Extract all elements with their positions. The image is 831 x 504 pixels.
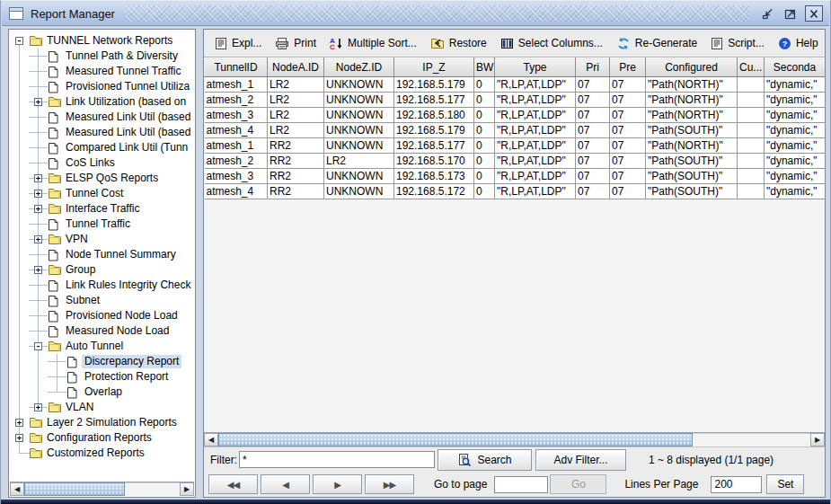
table-cell[interactable]: "Path(NORTH)" bbox=[646, 138, 738, 154]
table-cell[interactable]: LR2 bbox=[324, 154, 394, 169]
table-cell[interactable]: "R,LP,AT,LDP" bbox=[495, 123, 576, 138]
table-cell[interactable]: 192.168.5.177 bbox=[394, 93, 474, 108]
table-cell[interactable]: 0 bbox=[474, 123, 495, 138]
export-button[interactable]: Expl... bbox=[211, 34, 265, 53]
tree-item-interface-traffic[interactable]: +Interface Traffic bbox=[10, 201, 194, 217]
table-cell[interactable]: atmesh_4 bbox=[205, 123, 268, 138]
table-cell[interactable]: 07 bbox=[576, 184, 610, 199]
table-cell[interactable]: "dynamic," bbox=[765, 138, 826, 154]
table-cell[interactable]: "dynamic," bbox=[765, 184, 826, 199]
tree-item-vlan[interactable]: +VLAN bbox=[10, 400, 194, 415]
table-row[interactable]: atmesh_1LR2UNKNOWN192.168.5.1790"R,LP,AT… bbox=[205, 77, 826, 93]
table-cell[interactable]: 07 bbox=[576, 93, 610, 108]
adv-filter-button[interactable]: Adv Filter... bbox=[535, 449, 626, 471]
scroll-right-icon[interactable]: ▶ bbox=[180, 482, 194, 496]
tree-horizontal-scrollbar[interactable]: ◀ ▶ bbox=[10, 482, 194, 496]
table-cell[interactable] bbox=[738, 154, 765, 169]
column-header-nodez-id[interactable]: NodeZ.ID bbox=[324, 58, 394, 77]
column-header-type[interactable]: Type bbox=[495, 58, 576, 77]
table-cell[interactable]: 0 bbox=[474, 184, 495, 199]
expand-icon[interactable]: + bbox=[34, 205, 42, 213]
table-cell[interactable]: LR2 bbox=[268, 93, 324, 108]
expand-icon[interactable]: + bbox=[34, 235, 42, 243]
script-button[interactable]: Script... bbox=[707, 34, 768, 53]
table-cell[interactable]: 192.168.5.179 bbox=[394, 123, 474, 138]
table-cell[interactable]: 192.168.5.179 bbox=[394, 77, 474, 93]
table-cell[interactable]: "R,LP,AT,LDP" bbox=[495, 169, 576, 184]
table-row[interactable]: atmesh_4RR2UNKNOWN192.168.5.1720"R,LP,AT… bbox=[205, 184, 826, 199]
go-button[interactable]: Go bbox=[550, 474, 606, 494]
table-cell[interactable] bbox=[738, 138, 765, 154]
column-header-pri[interactable]: Pri bbox=[576, 58, 610, 77]
next-page-button[interactable]: ▶ bbox=[313, 474, 362, 494]
tree-item-tunnel-traffic[interactable]: Tunnel Traffic bbox=[10, 217, 194, 232]
tree-item-subnet[interactable]: Subnet bbox=[10, 293, 194, 308]
tree-item-measured-link-util-based[interactable]: Measured Link Util (based bbox=[10, 125, 194, 140]
column-header-nodea-id[interactable]: NodeA.ID bbox=[268, 58, 324, 77]
tree-item-node-tunnel-summary[interactable]: Node Tunnel Summary bbox=[10, 247, 194, 262]
iconify-button[interactable] bbox=[760, 6, 776, 21]
table-cell[interactable]: 07 bbox=[576, 154, 610, 169]
collapse-icon[interactable]: - bbox=[15, 37, 23, 45]
table-cell[interactable]: UNKNOWN bbox=[324, 108, 394, 123]
expand-icon[interactable]: + bbox=[34, 403, 42, 411]
table-cell[interactable]: "Path(SOUTH)" bbox=[646, 154, 738, 169]
table-cell[interactable]: 07 bbox=[610, 184, 646, 199]
table-cell[interactable]: atmesh_3 bbox=[205, 169, 268, 184]
scroll-left-icon[interactable]: ◀ bbox=[204, 433, 218, 447]
table-scrollbar-thumb[interactable] bbox=[218, 433, 693, 447]
select-columns-button[interactable]: Select Columns... bbox=[497, 34, 606, 53]
tree-item-tunnel-cost[interactable]: +Tunnel Cost bbox=[10, 186, 194, 201]
collapse-icon[interactable]: - bbox=[34, 342, 42, 350]
table-cell[interactable]: "Path(SOUTH)" bbox=[646, 123, 738, 138]
table-cell[interactable]: "dynamic," bbox=[765, 93, 826, 108]
maximize-button[interactable] bbox=[782, 6, 799, 21]
table-cell[interactable]: RR2 bbox=[268, 138, 324, 154]
table-row[interactable]: atmesh_2RR2LR2192.168.5.1700"R,LP,AT,LDP… bbox=[205, 154, 826, 169]
tree-item-provisioned-tunnel-utiliza[interactable]: Provisioned Tunnel Utiliza bbox=[10, 79, 194, 94]
table-cell[interactable] bbox=[738, 169, 765, 184]
column-header-cu[interactable]: Cu... bbox=[738, 58, 765, 77]
table-cell[interactable]: 07 bbox=[576, 138, 610, 154]
tree-item-layer-2-simulation-reports[interactable]: +Layer 2 Simulation Reports bbox=[10, 415, 194, 430]
expand-icon[interactable]: + bbox=[15, 434, 23, 442]
expand-icon[interactable]: + bbox=[34, 266, 42, 274]
title-bar[interactable]: Report Manager bbox=[2, 2, 829, 26]
tree-item-measured-link-util-based[interactable]: Measured Link Util (based bbox=[10, 110, 194, 125]
table-horizontal-scrollbar[interactable]: ◀ ▶ bbox=[204, 432, 825, 447]
table-cell[interactable]: 192.168.5.173 bbox=[394, 169, 474, 184]
tree-item-discrepancy-report[interactable]: Discrepancy Report bbox=[10, 354, 194, 369]
tree-item-measured-node-load[interactable]: Measured Node Load bbox=[10, 323, 194, 339]
goto-page-input[interactable] bbox=[494, 476, 548, 493]
table-cell[interactable]: atmesh_2 bbox=[205, 93, 268, 108]
tree-item-cos-links[interactable]: CoS Links bbox=[10, 155, 194, 171]
previous-page-button[interactable]: ◀ bbox=[261, 474, 310, 494]
table-cell[interactable]: 0 bbox=[474, 108, 495, 123]
table-cell[interactable]: atmesh_1 bbox=[205, 77, 268, 93]
table-cell[interactable]: 07 bbox=[610, 77, 646, 93]
table-scrollbar-track[interactable] bbox=[693, 433, 810, 447]
table-cell[interactable]: atmesh_3 bbox=[205, 108, 268, 123]
table-cell[interactable]: 07 bbox=[576, 169, 610, 184]
table-cell[interactable]: 07 bbox=[610, 154, 646, 169]
table-cell[interactable] bbox=[738, 93, 765, 108]
table-cell[interactable]: "R,LP,AT,LDP" bbox=[495, 184, 576, 199]
column-header-seconda[interactable]: Seconda bbox=[765, 58, 826, 77]
tree-scrollbar-thumb[interactable] bbox=[24, 482, 125, 496]
tree-item-link-utilization-based-on[interactable]: +Link Utilization (based on bbox=[10, 94, 194, 110]
tree-item-vpn[interactable]: +VPN bbox=[10, 232, 194, 247]
set-button[interactable]: Set bbox=[766, 474, 804, 494]
tree-item-provisioned-node-load[interactable]: Provisioned Node Load bbox=[10, 308, 194, 323]
table-cell[interactable]: 192.168.5.172 bbox=[394, 184, 474, 199]
table-cell[interactable]: UNKNOWN bbox=[324, 169, 394, 184]
table-cell[interactable]: "Path(SOUTH)" bbox=[646, 184, 738, 199]
table-cell[interactable]: 07 bbox=[576, 77, 610, 93]
table-cell[interactable]: "dynamic," bbox=[765, 154, 826, 169]
table-cell[interactable]: 0 bbox=[474, 93, 495, 108]
table-row[interactable]: atmesh_3LR2UNKNOWN192.168.5.1800"R,LP,AT… bbox=[205, 108, 826, 123]
expand-icon[interactable]: + bbox=[15, 419, 23, 427]
table-cell[interactable]: 0 bbox=[474, 138, 495, 154]
filter-input[interactable] bbox=[239, 451, 435, 468]
table-cell[interactable]: 07 bbox=[610, 123, 646, 138]
table-cell[interactable]: LR2 bbox=[268, 77, 324, 93]
